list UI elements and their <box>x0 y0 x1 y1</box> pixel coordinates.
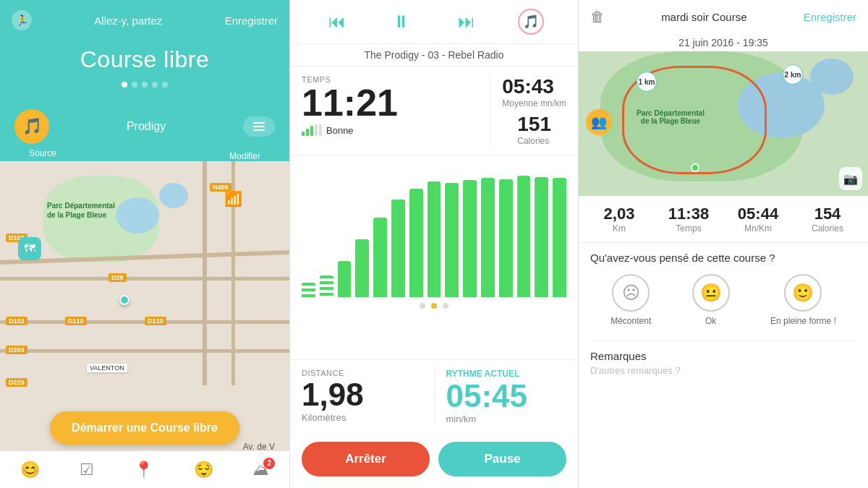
p1-enregistrer-btn[interactable]: Enregistrer <box>225 14 278 27</box>
p3-trash-icon[interactable]: 🗑 <box>590 9 605 25</box>
p3-group-icon[interactable]: 👥 <box>586 109 612 135</box>
p1-water-2 <box>159 183 188 208</box>
p2-rhythm-block: RYTHME ACTUEL 05:45 min/km <box>435 369 567 424</box>
p1-source-modifier-labels: Source Modifier <box>0 151 289 161</box>
chart-dot-2[interactable] <box>431 303 437 309</box>
p3-calories-val: 154 <box>814 205 841 223</box>
p2-dist-value: 1,98 <box>302 377 422 412</box>
p1-header: 🏃 Allez-y, partez Enregistrer <box>0 0 289 32</box>
p2-bar-1 <box>302 132 305 136</box>
p2-quality-bars <box>302 124 322 136</box>
chart-bar-wrap-7 <box>409 167 423 297</box>
p2-bar-4 <box>315 124 318 136</box>
p2-moyenne-label: Moyenne mn/km <box>502 98 566 108</box>
p2-distance-row: DISTANCE 1,98 Kilomètres RYTHME ACTUEL 0… <box>290 359 578 433</box>
p1-modify-btn[interactable] <box>243 116 275 137</box>
chart-bar-wrap-1 <box>302 167 315 297</box>
p3-water-small <box>810 59 854 95</box>
nav-badge: 2 <box>263 458 275 469</box>
p2-chart-bars <box>302 167 566 297</box>
music-source-icon[interactable]: 🎵 <box>14 109 49 144</box>
chart-dot-3[interactable] <box>443 303 448 309</box>
p2-stop-btn[interactable]: Arrêter <box>302 442 430 476</box>
p3-stats-row: 2,03 Km 11:38 Temps 05:44 Mn/Km 154 Calo… <box>579 196 868 243</box>
panel1-running-app: 🏃 Allez-y, partez Enregistrer Course lib… <box>0 0 289 488</box>
p1-artist-name: Prodigy <box>127 120 166 133</box>
p2-rhythm-unit: min/km <box>446 414 567 424</box>
chart-bar-3 <box>338 261 352 297</box>
nav-face-btn[interactable]: 😌 <box>194 461 213 479</box>
p3-remarks-placeholder[interactable]: D'autres remarques ? <box>579 364 868 377</box>
p3-emoji-great[interactable]: 🙂 En pleine forme ! <box>770 274 836 326</box>
p2-bar-2 <box>306 129 309 136</box>
p2-calories-block: 151 Calories <box>517 113 551 146</box>
nav-location-btn[interactable]: 📍 <box>134 461 153 479</box>
p2-dist-unit: Kilomètres <box>302 412 422 423</box>
chart-bar-2 <box>320 275 333 297</box>
chart-bar-13 <box>517 176 531 297</box>
p1-label-d110-1: D110 <box>65 317 87 325</box>
p2-moyenne-block: 05:43 Moyenne mn/km <box>502 75 566 108</box>
p1-dot-2[interactable] <box>132 82 137 87</box>
p2-next-btn[interactable]: ⏭ <box>454 9 480 35</box>
p3-pace-unit: Mn/Km <box>744 223 772 234</box>
chart-bar-9 <box>445 183 459 297</box>
p3-feedback-title: Qu'avez-vous pensé de cette course ? <box>590 252 856 264</box>
runner-icon: 🏃 <box>12 10 32 30</box>
p2-play-pause-btn[interactable]: ⏸ <box>388 9 414 35</box>
nav-mountain-btn[interactable]: ⛰ 2 <box>253 461 269 479</box>
p3-enregistrer-btn[interactable]: Enregistrer <box>804 11 856 23</box>
p2-rhythm-label: RYTHME ACTUEL <box>446 369 567 379</box>
p3-emoji-great-label: En pleine forme ! <box>770 316 836 326</box>
chart-bar-wrap-9 <box>445 167 459 297</box>
p1-dot-3[interactable] <box>142 82 148 87</box>
p2-prev-btn[interactable]: ⏮ <box>324 9 350 35</box>
chart-bar-12 <box>499 179 513 297</box>
chart-bar-wrap-15 <box>553 167 566 297</box>
p3-emoji-row: ☹ Mécontent 😐 Ok 🙂 En pleine forme ! <box>590 271 856 329</box>
p3-camera-icon[interactable]: 📷 <box>839 167 862 190</box>
p2-action-row: Arrêter Pause <box>290 433 578 488</box>
p1-map-pin-icon[interactable]: 🗺 <box>18 237 41 260</box>
chart-bar-wrap-14 <box>535 167 548 297</box>
p3-emoji-ok[interactable]: 😐 Ok <box>692 274 730 326</box>
p3-emoji-ok-label: Ok <box>705 316 716 326</box>
p3-park-label: Parc Départementalde la Plage Bleue <box>637 109 705 125</box>
p2-quality-row: Bonne <box>302 124 354 136</box>
p1-park-label: Parc Départementalde la Plage Bleue <box>47 201 115 220</box>
p2-music-app-icon[interactable]: 🎵 <box>518 9 544 35</box>
p2-pause-btn[interactable]: Pause <box>438 442 566 476</box>
p1-map[interactable]: D102 D102 D204 D229 D29 D110 D110 N406 P… <box>0 161 289 488</box>
chart-dot-1[interactable] <box>420 303 425 309</box>
p3-stat-time: 11:38 Temps <box>654 205 723 234</box>
p2-bar-3 <box>310 126 313 136</box>
nav-emoji-btn[interactable]: 😊 <box>20 461 40 479</box>
p1-road-h4 <box>0 349 289 353</box>
p1-dot-1[interactable] <box>122 82 127 87</box>
p2-track-row: The Prodigy - 03 - Rebel Radio <box>290 44 578 67</box>
chart-bar-1 <box>302 283 315 297</box>
chart-bar-wrap-12 <box>499 167 513 297</box>
p2-quality-label: Bonne <box>326 125 354 136</box>
p1-start-btn[interactable]: Démarrer une Course libre <box>50 411 239 445</box>
p3-emoji-sad-label: Mécontent <box>610 316 651 326</box>
p3-emoji-great-circle: 🙂 <box>784 274 822 312</box>
p3-emoji-sad-circle: ☹ <box>612 274 650 312</box>
p1-music-row: 🎵 Prodigy <box>0 102 289 151</box>
p1-dot-4[interactable] <box>152 82 158 87</box>
chart-bar-8 <box>427 181 441 297</box>
p3-emoji-mecontent[interactable]: ☹ Mécontent <box>610 274 651 326</box>
p2-stats-row: TEMPS 11:21 Bonne 05:43 Moyenne mn/km 15… <box>290 67 578 155</box>
nav-check-btn[interactable]: ☑ <box>80 461 94 479</box>
p3-stat-distance: 2,03 Km <box>584 205 654 234</box>
p2-time-block: TEMPS 11:21 Bonne <box>302 75 490 146</box>
p1-label-d29: D29 <box>109 273 127 282</box>
p3-map[interactable]: Parc Départementalde la Plage Bleue 1 km… <box>579 51 868 196</box>
chart-bar-5 <box>373 218 387 297</box>
p1-allez-title: Allez-y, partez <box>94 14 162 27</box>
p1-bottom-nav: 😊 ☑ 📍 😌 ⛰ 2 <box>0 450 289 488</box>
chart-bar-wrap-2 <box>320 167 333 297</box>
chart-bar-4 <box>355 239 369 297</box>
p1-dot-5[interactable] <box>162 82 168 87</box>
p3-stat-calories: 154 Calories <box>793 205 862 234</box>
